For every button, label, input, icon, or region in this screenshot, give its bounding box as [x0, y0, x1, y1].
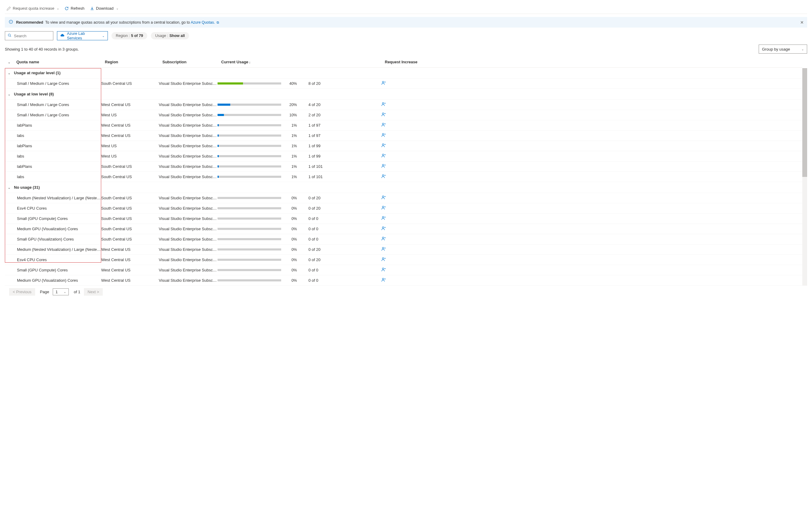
refresh-button[interactable]: Refresh: [64, 6, 85, 10]
quota-name-cell[interactable]: Small / Medium / Large Cores: [5, 81, 101, 86]
usage-value-cell: 1 of 97: [309, 133, 381, 138]
svg-point-11: [382, 113, 384, 114]
quota-name-cell[interactable]: Small (GPU Compute) Cores: [5, 268, 101, 272]
subscription-cell: Visual Studio Enterprise Subscri…: [159, 174, 218, 179]
col-request-increase[interactable]: Request Increase: [385, 60, 802, 64]
subscription-cell: Visual Studio Enterprise Subscri…: [159, 278, 218, 283]
group-by-select[interactable]: Group by usage ⌄: [759, 45, 807, 54]
col-current-usage[interactable]: Current Usage↓: [221, 60, 312, 64]
usage-filter-value: Show all: [169, 34, 185, 38]
request-increase-button[interactable]: [381, 205, 386, 210]
svg-point-1: [10, 21, 11, 21]
request-increase-button[interactable]: [381, 164, 386, 168]
request-increase-button[interactable]: [381, 143, 386, 148]
request-increase-button[interactable]: [381, 112, 386, 117]
table-row: labPlansSouth Central USVisual Studio En…: [5, 162, 802, 172]
quota-name-cell[interactable]: Esv4 CPU Cores: [5, 258, 101, 262]
group-row[interactable]: ⌄Usage at regular level (1): [5, 67, 802, 79]
search-input[interactable]: [13, 33, 51, 38]
quota-name-cell[interactable]: Small / Medium / Large Cores: [5, 103, 101, 107]
quota-name-cell[interactable]: Medium (Nested Virtualization) / Large (…: [5, 247, 101, 252]
col-quota-name[interactable]: Quota name: [14, 60, 105, 64]
request-increase-button[interactable]: [381, 247, 386, 252]
svg-point-20: [382, 144, 384, 145]
request-increase-button[interactable]: [381, 81, 386, 85]
chevron-down-icon: ⌄: [116, 7, 118, 10]
usage-value-cell: 0 of 20: [309, 206, 381, 210]
table-row: Esv4 CPU CoresWest Central USVisual Stud…: [5, 255, 802, 265]
page-of: of 1: [74, 290, 80, 294]
chevron-down-icon: ⌄: [102, 34, 105, 37]
chevron-down-icon: ⌄: [8, 186, 10, 189]
usage-bar-cell: 1%: [218, 134, 309, 138]
search-input-wrapper[interactable]: [5, 31, 53, 40]
expand-all-toggle[interactable]: ⌄: [5, 60, 14, 64]
request-increase-button[interactable]: [381, 133, 386, 138]
download-button[interactable]: Download ⌄: [90, 6, 118, 10]
quota-name-cell[interactable]: labPlans: [5, 144, 101, 148]
usage-percent: 0%: [285, 227, 297, 231]
request-increase-button[interactable]: [381, 257, 386, 262]
group-row[interactable]: ⌄No usage (31): [5, 182, 802, 193]
next-page-button[interactable]: Next >: [84, 288, 103, 296]
subscription-cell: Visual Studio Enterprise Subscri…: [159, 247, 218, 252]
subscription-cell: Visual Studio Enterprise Subscri…: [159, 154, 218, 159]
request-increase-button[interactable]: [381, 226, 386, 231]
request-increase-button[interactable]: [381, 236, 386, 241]
region-cell: South Central US: [101, 164, 159, 169]
usage-bar-cell: 0%: [218, 258, 309, 262]
quota-name-cell[interactable]: labs: [5, 154, 101, 159]
usage-bar-cell: 1%: [218, 144, 309, 148]
usage-value-cell: 8 of 20: [309, 81, 381, 86]
subscription-cell: Visual Studio Enterprise Subscri…: [159, 103, 218, 107]
request-increase-button[interactable]: [381, 122, 386, 127]
request-increase-button[interactable]: [381, 278, 386, 282]
quota-name-cell[interactable]: Medium GPU (Visualization) Cores: [5, 278, 101, 283]
request-increase-button[interactable]: [381, 267, 386, 272]
request-increase-button[interactable]: [381, 216, 386, 221]
chevron-down-icon: ⌄: [8, 93, 10, 96]
subscription-cell: Visual Studio Enterprise Subscri…: [159, 164, 218, 169]
azure-quotas-link[interactable]: Azure Quotas.: [191, 20, 215, 25]
svg-point-23: [382, 154, 384, 155]
usage-bar-cell: 1%: [218, 123, 309, 127]
group-row[interactable]: ⌄Usage at low level (8): [5, 89, 802, 100]
prev-page-button[interactable]: < Previous: [9, 288, 35, 296]
usage-filter[interactable]: Usage : Show all: [151, 32, 189, 39]
usage-value-cell: 0 of 0: [309, 227, 381, 231]
records-summary: Showing 1 to 40 of 40 records in 3 group…: [5, 47, 79, 52]
search-icon: [7, 33, 11, 38]
subscription-cell: Visual Studio Enterprise Subscri…: [159, 144, 218, 148]
region-filter[interactable]: Region : 5 of 79: [112, 32, 147, 39]
vertical-scrollbar[interactable]: [802, 68, 807, 286]
subscription-cell: Visual Studio Enterprise Subscri…: [159, 268, 218, 272]
col-subscription[interactable]: Subscription: [163, 60, 221, 64]
quota-name-cell[interactable]: Medium (Nested Virtualization) / Large (…: [5, 196, 101, 200]
request-increase-button[interactable]: [381, 102, 386, 107]
quota-name-cell[interactable]: Small / Medium / Large Cores: [5, 113, 101, 117]
quota-name-cell[interactable]: labs: [5, 133, 101, 138]
request-quota-increase-button[interactable]: Request quota increase ⌄: [7, 6, 59, 10]
quota-name-cell[interactable]: Esv4 CPU Cores: [5, 206, 101, 210]
provider-select[interactable]: Azure Lab Services ⌄: [57, 31, 108, 40]
quota-name-cell[interactable]: labPlans: [5, 123, 101, 127]
quota-name-cell[interactable]: Small GPU (Visualization) Cores: [5, 237, 101, 241]
col-region[interactable]: Region: [105, 60, 163, 64]
subscription-cell: Visual Studio Enterprise Subscri…: [159, 216, 218, 221]
request-increase-button[interactable]: [381, 174, 386, 179]
usage-bar-cell: 20%: [218, 103, 309, 107]
quota-name-cell[interactable]: Medium GPU (Visualization) Cores: [5, 227, 101, 231]
scroll-thumb[interactable]: [802, 68, 807, 177]
request-increase-button[interactable]: [381, 153, 386, 158]
page-select[interactable]: 1 ⌄: [53, 288, 69, 295]
quota-name-cell[interactable]: labs: [5, 174, 101, 179]
usage-value-cell: 2 of 20: [309, 113, 381, 117]
close-banner-button[interactable]: ✕: [800, 20, 804, 25]
table-row: labsWest Central USVisual Studio Enterpr…: [5, 131, 802, 141]
quota-name-cell[interactable]: Small (GPU Compute) Cores: [5, 216, 101, 221]
usage-value-cell: 1 of 99: [309, 154, 381, 159]
quota-name-cell[interactable]: labPlans: [5, 164, 101, 169]
region-cell: West Central US: [101, 247, 159, 252]
table-row: Small (GPU Compute) CoresWest Central US…: [5, 265, 802, 276]
request-increase-button[interactable]: [381, 195, 386, 200]
